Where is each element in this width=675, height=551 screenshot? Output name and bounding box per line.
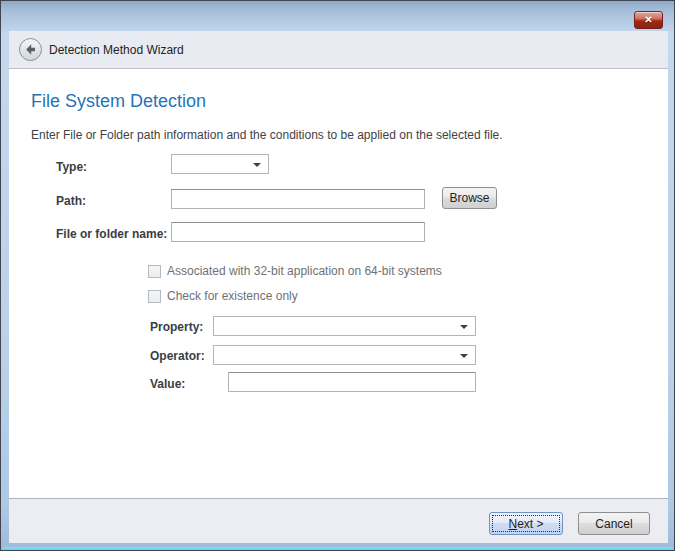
checkbox-row-existence: Check for existence only: [148, 289, 298, 303]
back-button[interactable]: [19, 38, 42, 61]
property-label: Property:: [150, 320, 203, 334]
page-description: Enter File or Folder path information an…: [31, 128, 503, 142]
button-bar: [9, 498, 668, 543]
type-dropdown[interactable]: [171, 154, 269, 174]
value-label: Value:: [150, 377, 185, 391]
back-arrow-icon: [24, 43, 37, 56]
file-or-folder-name-input[interactable]: [171, 222, 425, 242]
next-accesskey: N: [508, 517, 517, 531]
dialog-content: Detection Method Wizard File System Dete…: [9, 31, 668, 543]
operator-dropdown[interactable]: [213, 345, 476, 365]
next-label-rest: ext >: [517, 517, 543, 531]
wizard-header: Detection Method Wizard: [9, 31, 668, 69]
checkbox-row-32bit: Associated with 32-bit application on 64…: [148, 264, 442, 278]
title-bar: ✕: [2, 2, 675, 31]
associated-32bit-checkbox[interactable]: [148, 265, 161, 278]
close-button[interactable]: ✕: [634, 11, 663, 29]
operator-label: Operator:: [150, 349, 205, 363]
path-input[interactable]: [171, 189, 425, 209]
chevron-down-icon: [253, 163, 261, 167]
value-input[interactable]: [228, 372, 476, 392]
wizard-dialog: ✕ Detection Method Wizard File System De…: [0, 0, 675, 551]
associated-32bit-label: Associated with 32-bit application on 64…: [167, 264, 442, 278]
check-existence-label: Check for existence only: [167, 289, 298, 303]
wizard-title: Detection Method Wizard: [49, 43, 184, 57]
property-dropdown[interactable]: [213, 316, 476, 336]
page-heading: File System Detection: [31, 91, 206, 112]
cancel-button[interactable]: Cancel: [578, 512, 650, 535]
chevron-down-icon: [460, 325, 468, 329]
chevron-down-icon: [460, 354, 468, 358]
browse-button[interactable]: Browse: [442, 187, 497, 209]
path-label: Path:: [56, 194, 86, 208]
close-icon: ✕: [644, 14, 652, 25]
check-existence-checkbox[interactable]: [148, 290, 161, 303]
next-button[interactable]: Next >: [489, 512, 563, 535]
file-or-folder-name-label: File or folder name:: [56, 227, 167, 241]
type-label: Type:: [56, 160, 87, 174]
